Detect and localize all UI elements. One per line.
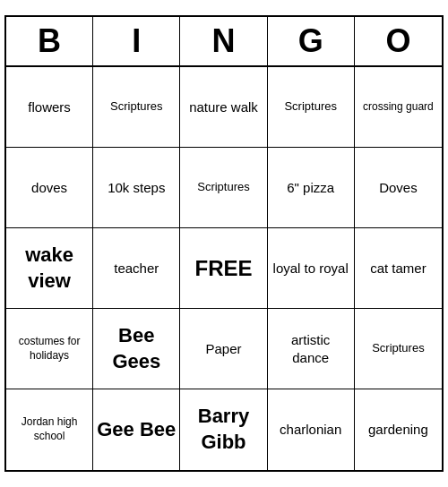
bingo-cell: Barry Gibb xyxy=(180,389,267,470)
bingo-cell: 6" pizza xyxy=(268,148,355,228)
bingo-cell: nature walk xyxy=(180,67,267,148)
bingo-cell: gardening xyxy=(355,389,442,470)
bingo-cell: Scriptures xyxy=(355,309,442,389)
bingo-cell: Doves xyxy=(355,148,442,228)
bingo-header: BINGO xyxy=(6,17,442,67)
bingo-grid: flowersScripturesnature walkScripturescr… xyxy=(6,67,442,470)
bingo-cell: Gee Bee xyxy=(93,389,180,470)
bingo-cell: Scriptures xyxy=(180,148,267,228)
bingo-cell: Scriptures xyxy=(93,67,180,148)
bingo-cell: loyal to royal xyxy=(268,228,355,309)
header-letter: N xyxy=(180,17,267,65)
bingo-cell: 10k steps xyxy=(93,148,180,228)
bingo-cell: wake view xyxy=(6,228,93,309)
bingo-cell: flowers xyxy=(6,67,93,148)
bingo-cell: Jordan high school xyxy=(6,389,93,470)
bingo-cell: teacher xyxy=(93,228,180,309)
bingo-cell: cat tamer xyxy=(355,228,442,309)
bingo-cell: charlonian xyxy=(268,389,355,470)
bingo-cell: artistic dance xyxy=(268,309,355,389)
bingo-cell: Scriptures xyxy=(268,67,355,148)
header-letter: O xyxy=(355,17,442,65)
bingo-cell: Paper xyxy=(180,309,267,389)
bingo-cell: crossing guard xyxy=(355,67,442,148)
bingo-cell: doves xyxy=(6,148,93,228)
bingo-cell: Bee Gees xyxy=(93,309,180,389)
bingo-card: BINGO flowersScripturesnature walkScript… xyxy=(4,15,444,472)
bingo-cell: costumes for holidays xyxy=(6,309,93,389)
header-letter: I xyxy=(93,17,180,65)
bingo-cell: FREE xyxy=(180,228,267,309)
header-letter: G xyxy=(268,17,355,65)
header-letter: B xyxy=(6,17,93,65)
